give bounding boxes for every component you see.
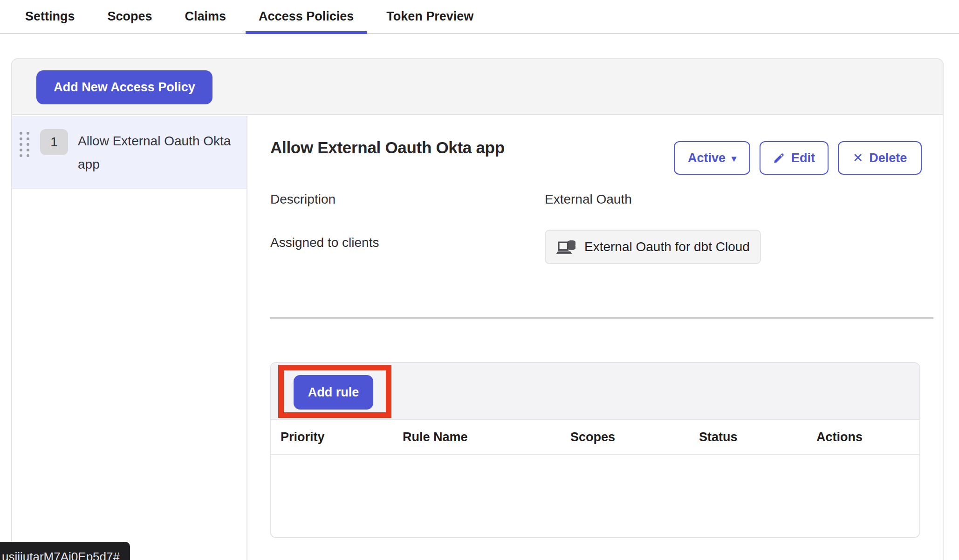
description-label: Description <box>270 192 336 207</box>
tab-bar: Settings Scopes Claims Access Policies T… <box>0 0 959 34</box>
link-url-tooltip: usijiutarM7Aj0Ep5d7# <box>0 542 130 560</box>
add-new-access-policy-button[interactable]: Add New Access Policy <box>36 70 212 104</box>
policy-name: Allow External Oauth Okta app <box>78 130 241 176</box>
assigned-client-chip: External Oauth for dbt Cloud <box>545 230 761 264</box>
panel-toolbar: Add New Access Policy <box>12 59 943 115</box>
column-header-status: Status <box>699 430 816 444</box>
app-canvas: Settings Scopes Claims Access Policies T… <box>0 0 959 560</box>
column-header-actions: Actions <box>816 430 919 444</box>
status-dropdown-button[interactable]: Active ▾ <box>674 141 750 175</box>
add-rule-button[interactable]: Add rule <box>294 375 373 410</box>
policy-list-item[interactable]: 1 Allow External Oauth Okta app <box>12 116 247 189</box>
caret-down-icon: ▾ <box>732 153 736 164</box>
tab-claims[interactable]: Claims <box>172 0 240 33</box>
access-policies-panel: Add New Access Policy 1 Allow External O… <box>11 58 944 560</box>
column-header-priority: Priority <box>281 430 403 444</box>
assigned-to-clients-label: Assigned to clients <box>270 235 379 250</box>
tab-token-preview[interactable]: Token Preview <box>373 0 486 33</box>
rules-table-header-row: Priority Rule Name Scopes Status Actions <box>271 420 919 455</box>
description-value: External Oauth <box>545 192 632 207</box>
laptop-database-icon <box>556 237 578 257</box>
x-icon: ✕ <box>853 150 863 165</box>
section-divider <box>270 317 933 319</box>
status-label: Active <box>688 151 726 165</box>
delete-button[interactable]: ✕ Delete <box>838 141 922 175</box>
policy-title: Allow External Oauth Okta app <box>270 138 505 157</box>
tab-scopes[interactable]: Scopes <box>95 0 165 33</box>
rules-card: Add rule Priority Rule Name Scopes Statu… <box>270 362 920 538</box>
edit-label: Edit <box>791 151 815 165</box>
policy-actions: Active ▾ Edit ✕ Delete <box>674 141 922 175</box>
priority-badge: 1 <box>40 129 68 155</box>
policy-list: 1 Allow External Oauth Okta app <box>12 116 247 560</box>
assigned-client-name: External Oauth for dbt Cloud <box>584 239 750 254</box>
column-header-rule-name: Rule Name <box>403 430 570 444</box>
tab-settings[interactable]: Settings <box>12 0 88 33</box>
rules-toolbar: Add rule <box>271 363 919 420</box>
pencil-icon <box>773 152 785 164</box>
tab-access-policies[interactable]: Access Policies <box>246 0 367 33</box>
edit-button[interactable]: Edit <box>760 141 829 175</box>
rules-table-body-empty <box>271 455 919 536</box>
delete-label: Delete <box>869 151 907 165</box>
column-header-scopes: Scopes <box>570 430 699 444</box>
drag-handle-dots-icon[interactable] <box>20 132 29 157</box>
